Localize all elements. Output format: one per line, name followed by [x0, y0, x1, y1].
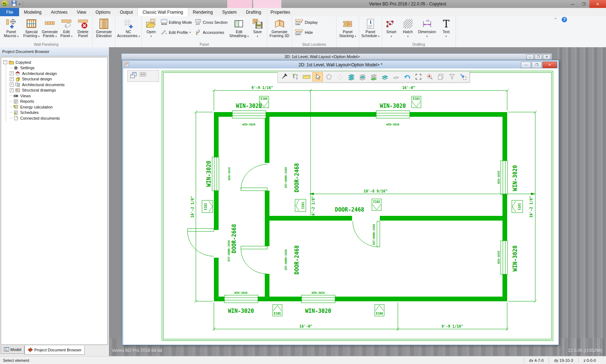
open-button[interactable]: Open▾: [143, 16, 159, 38]
select-cursor-icon[interactable]: [312, 72, 323, 81]
tab-drafting[interactable]: Drafting: [241, 8, 266, 16]
edit-panel-button[interactable]: Edit Panel ▾: [58, 16, 75, 38]
layers-icon[interactable]: [346, 72, 356, 81]
cross-section-button[interactable]: CUT Cross Section: [193, 18, 229, 26]
save-panel-button[interactable]: Save▾: [249, 16, 266, 38]
expand-expander[interactable]: +: [10, 71, 14, 75]
elevation-tags[interactable]: E104 E103 E105 E106 E102 E101 I101 I102: [202, 96, 523, 316]
measure-height-icon[interactable]: t: [290, 72, 300, 81]
zoom-in-icon[interactable]: [424, 72, 435, 81]
tab-project-document-browser[interactable]: Project Document Browser: [25, 346, 85, 355]
restore-button[interactable]: ❐: [535, 54, 542, 60]
accessories-button[interactable]: Accessories: [193, 28, 229, 36]
text-button[interactable]: T Text▾: [438, 16, 454, 38]
polygon-dashed-icon[interactable]: [335, 72, 345, 81]
window-3d-wall-layout[interactable]: 3D: 1st Level, Wall Layout <Option Model…: [121, 53, 552, 60]
collapse-ribbon-icon[interactable]: ⌃: [554, 17, 557, 22]
hide-stud-locations-button[interactable]: OFF Hide: [293, 28, 335, 36]
panel-schedule-button[interactable]: i Panel Schedule ▾: [360, 16, 381, 38]
tab-system[interactable]: System: [218, 8, 241, 16]
tree-item-architectural-documents[interactable]: + Architectural documents: [3, 82, 107, 88]
layers-mixed-icon[interactable]: [357, 72, 368, 81]
app-logo-icon[interactable]: BD: [1, 0, 8, 8]
window-2d-wall-layout[interactable]: 2D: 1st Level, Wall Layout<Option Model>…: [122, 60, 559, 345]
close-button[interactable]: ✕: [543, 62, 557, 68]
tab-view[interactable]: View: [72, 8, 91, 16]
tree-item-architectural-design[interactable]: + Architectural design: [3, 71, 107, 76]
expand-expander[interactable]: +: [10, 77, 14, 81]
drawing-canvas[interactable]: 9'-9 1/16" 16'-0" 18'-8 9/16" 16'-0" 9'-…: [123, 68, 558, 345]
tag-e106[interactable]: E106: [375, 305, 384, 316]
generate-panels-button[interactable]: Generate Panels ▾: [41, 16, 58, 38]
filter-icon[interactable]: [447, 72, 457, 81]
tree-item-energy-calculation[interactable]: Energy calculation: [3, 104, 107, 110]
generate-framing-3d-button[interactable]: Generate Framing 3D: [268, 16, 291, 38]
maximize-button[interactable]: ❐: [532, 62, 542, 68]
close-button[interactable]: ✕: [589, 0, 606, 8]
tree-item-reports[interactable]: Reports: [3, 99, 107, 105]
smart-button[interactable]: Smart▾: [383, 16, 400, 38]
special-framing-button[interactable]: Special Framing ▾: [21, 16, 41, 38]
dimension-button[interactable]: 45 Dimension▾: [416, 16, 438, 38]
copy-icon[interactable]: [435, 72, 446, 81]
layer-sheet-icon[interactable]: [379, 72, 390, 81]
layers-active-icon[interactable]: [368, 72, 379, 81]
tab-archives[interactable]: Archives: [46, 8, 72, 16]
selection-frame-icon[interactable]: [413, 72, 423, 81]
tree-item-structural-drawings[interactable]: + Structural drawings: [3, 88, 107, 93]
tab-classic-wall-framing[interactable]: Classic Wall Framing: [137, 8, 188, 16]
tree-item-views[interactable]: Views: [3, 93, 107, 99]
tab-output[interactable]: Output: [115, 8, 137, 16]
cascade-windows-icon[interactable]: [130, 72, 137, 80]
delete-panel-button[interactable]: Delete Panel: [75, 16, 91, 38]
help-icon[interactable]: ?: [562, 17, 567, 22]
tree-item-connected-documents[interactable]: Connected documents: [3, 115, 107, 121]
tree-item-settings[interactable]: Settings: [3, 65, 107, 71]
ribbon-group-panel: Open▾ MODE Editing Mode Edit Profile ▾: [142, 16, 267, 47]
generate-elevation-button[interactable]: Generate Elevation: [94, 16, 114, 38]
tag-e102[interactable]: E102: [202, 200, 213, 213]
collapse-expander[interactable]: −: [3, 60, 7, 64]
editing-mode-button[interactable]: MODE Editing Mode: [159, 18, 193, 26]
grid-view-icon[interactable]: [139, 72, 146, 80]
tree-item-structural-design[interactable]: + Structural design: [3, 76, 107, 82]
display-stud-locations-button[interactable]: ON Display: [293, 18, 335, 26]
window-titlebar[interactable]: 2D: 1st Level, Wall Layout<Option Model>…: [123, 61, 558, 68]
save-icon[interactable]: [12, 1, 17, 7]
pin-tool-icon[interactable]: [279, 72, 289, 81]
ruler-icon[interactable]: [301, 72, 312, 81]
tab-model[interactable]: Model: [1, 346, 25, 354]
undo-icon[interactable]: [402, 72, 412, 81]
minimize-button[interactable]: —: [521, 62, 531, 68]
component-labels[interactable]: WIN-3020 WIN-3020 WIN-3020 WIN-3020 DOOR…: [206, 103, 518, 314]
layer-flat-icon[interactable]: [391, 72, 401, 81]
move-to-view-icon[interactable]: [458, 72, 468, 81]
edit-sheathing-button[interactable]: Edit Sheathing ▾: [229, 16, 249, 38]
qat-dropdown-icon[interactable]: ▼: [18, 3, 21, 5]
expand-expander[interactable]: +: [10, 88, 14, 92]
tag-e103[interactable]: E103: [412, 96, 421, 108]
tab-options[interactable]: Options: [91, 8, 115, 16]
tab-properties[interactable]: Properties: [266, 8, 295, 16]
expand-expander[interactable]: +: [10, 83, 14, 86]
tab-rendering[interactable]: Rendering: [188, 8, 218, 16]
tab-file[interactable]: File: [0, 8, 19, 16]
tag-e105[interactable]: E105: [273, 305, 282, 316]
floor-plan-drawing[interactable]: 9'-9 1/16" 16'-0" 18'-8 9/16" 16'-0" 9'-…: [123, 68, 558, 345]
tree-item-schedules[interactable]: Schedules: [3, 110, 107, 116]
tag-i102[interactable]: I102: [372, 199, 381, 210]
minimize-button[interactable]: —: [567, 0, 578, 8]
close-button[interactable]: ✕: [543, 54, 550, 60]
tree-item-copytest[interactable]: − Copytest: [3, 59, 107, 65]
hatch-button[interactable]: Hatch▾: [400, 16, 416, 38]
polygon-select-icon[interactable]: [324, 72, 334, 81]
maximize-button[interactable]: ❐: [578, 0, 589, 8]
nc-accessories-button[interactable]: NC Accessories ▾: [117, 16, 140, 38]
tag-e101[interactable]: E101: [512, 200, 523, 213]
tab-modeling[interactable]: Modeling: [19, 8, 46, 16]
minimize-button[interactable]: —: [526, 54, 534, 60]
panel-macros-button[interactable]: Panel Macros ▾: [1, 16, 21, 38]
panel-stacking-button[interactable]: Panel Stacking ▾: [338, 16, 358, 38]
tag-i101[interactable]: I101: [295, 199, 306, 212]
edit-profile-button[interactable]: Edit Profile ▾: [159, 28, 193, 36]
